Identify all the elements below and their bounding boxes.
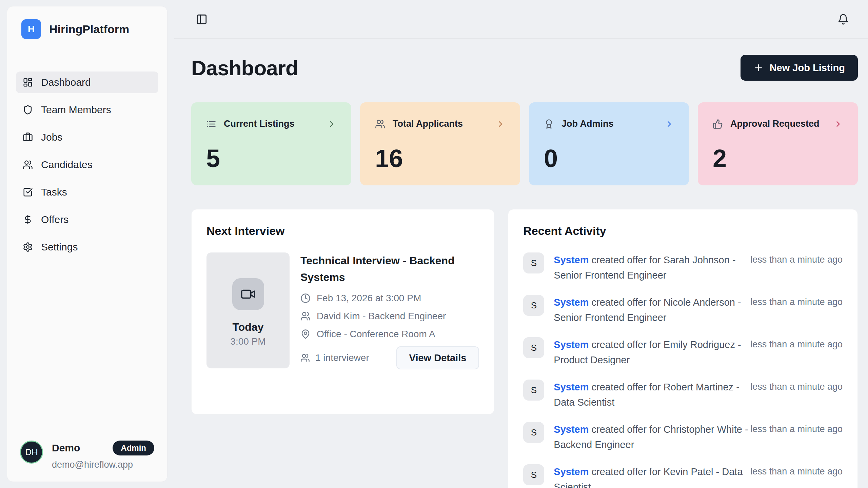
brand: H HiringPlatform: [16, 19, 158, 39]
list-icon: [206, 119, 216, 129]
interview-time: 3:00 PM: [230, 336, 265, 347]
activity-avatar: S: [523, 380, 544, 401]
interview-person: David Kim - Backend Engineer: [317, 311, 446, 322]
award-icon: [544, 119, 554, 129]
brand-name: HiringPlatform: [49, 23, 129, 36]
user-email: demo@hireflow.app: [52, 460, 154, 470]
bell-icon[interactable]: [837, 14, 849, 25]
activity-item: S System created offer for Kevin Patel -…: [523, 464, 843, 488]
chevron-right-icon: [327, 119, 336, 129]
sidebar-item-tasks[interactable]: Tasks: [16, 181, 158, 203]
stat-value: 0: [544, 144, 674, 173]
activity-item: S System created offer for Nicole Anders…: [523, 295, 843, 325]
users-icon: [23, 160, 33, 170]
topbar: [174, 0, 868, 39]
users-icon: [300, 353, 310, 363]
activity-avatar: S: [523, 295, 544, 316]
sidebar-toggle-icon[interactable]: [196, 14, 208, 25]
clock-icon: [300, 293, 311, 303]
sidebar-item-jobs[interactable]: Jobs: [16, 126, 158, 148]
plus-icon: [753, 63, 764, 73]
next-interview-card: Next Interview Today 3:00 PM Technical I…: [191, 209, 494, 414]
view-details-button[interactable]: View Details: [396, 346, 479, 369]
sidebar-item-dashboard[interactable]: Dashboard: [16, 72, 158, 93]
shield-icon: [23, 105, 33, 115]
interview-location-row: Office - Conference Room A: [300, 329, 479, 340]
activity-timestamp: less than a minute ago: [750, 380, 843, 392]
activity-avatar: S: [523, 337, 544, 358]
activity-actor[interactable]: System: [554, 424, 589, 435]
interview-title: Technical Interview - Backend Systems: [300, 252, 479, 286]
sidebar-item-label: Dashboard: [41, 77, 91, 88]
main-area: Dashboard New Job Listing Current Listin…: [174, 0, 868, 488]
activity-actor[interactable]: System: [554, 382, 589, 392]
activity-avatar: S: [523, 252, 544, 273]
stat-value: 2: [713, 144, 843, 173]
sidebar-item-settings[interactable]: Settings: [16, 236, 158, 258]
dashboard-icon: [23, 77, 33, 87]
activity-text: System created offer for Nicole Anderson…: [554, 295, 750, 325]
activity-item: S System created offer for Sarah Johnson…: [523, 252, 843, 283]
activity-avatar: S: [523, 464, 544, 485]
briefcase-icon: [23, 132, 33, 142]
avatar: DH: [20, 441, 43, 464]
sidebar-item-offers[interactable]: Offers: [16, 209, 158, 230]
interview-person-row: David Kim - Backend Engineer: [300, 311, 479, 322]
sidebar: H HiringPlatform Dashboard Team Members …: [7, 6, 167, 482]
sidebar-item-candidates[interactable]: Candidates: [16, 154, 158, 176]
gear-icon: [23, 242, 33, 252]
users-icon: [375, 119, 385, 129]
stat-card-current-listings[interactable]: Current Listings 5: [191, 102, 351, 185]
sidebar-item-team-members[interactable]: Team Members: [16, 99, 158, 121]
square-check-icon: [23, 187, 33, 197]
interview-datetime-row: Feb 13, 2026 at 3:00 PM: [300, 293, 479, 304]
stat-card-total-applicants[interactable]: Total Applicants 16: [360, 102, 520, 185]
thumbs-up-icon: [713, 119, 723, 129]
video-icon-box: [232, 278, 264, 310]
activity-text: System created offer for Christopher Whi…: [554, 422, 750, 452]
activity-actor[interactable]: System: [554, 339, 589, 350]
user-name: Demo: [52, 442, 80, 454]
chevron-right-icon: [833, 119, 843, 129]
stats-row: Current Listings 5 Total Applicants 16 J…: [191, 102, 858, 185]
stat-card-job-admins[interactable]: Job Admins 0: [529, 102, 689, 185]
interviewer-count: 1 interviewer: [300, 352, 369, 363]
brand-logo: H: [21, 19, 41, 39]
activity-actor[interactable]: System: [554, 466, 589, 477]
activity-text: System created offer for Robert Martinez…: [554, 380, 750, 410]
activity-avatar: S: [523, 422, 544, 443]
sidebar-item-label: Candidates: [41, 159, 93, 170]
activity-timestamp: less than a minute ago: [750, 422, 843, 434]
recent-activity-card: Recent Activity S System created offer f…: [508, 209, 858, 488]
activity-item: S System created offer for Robert Martin…: [523, 380, 843, 410]
sidebar-item-label: Team Members: [41, 104, 111, 116]
activity-timestamp: less than a minute ago: [750, 252, 843, 265]
activity-timestamp: less than a minute ago: [750, 464, 843, 477]
activity-item: S System created offer for Christopher W…: [523, 422, 843, 452]
interview-day: Today: [233, 321, 264, 333]
user-profile[interactable]: DH Demo Admin demo@hireflow.app: [16, 437, 158, 472]
sidebar-item-label: Settings: [41, 241, 78, 253]
next-interview-heading: Next Interview: [206, 224, 479, 238]
interview-location: Office - Conference Room A: [317, 329, 435, 340]
new-job-listing-button[interactable]: New Job Listing: [741, 55, 858, 81]
activity-actor[interactable]: System: [554, 297, 589, 308]
stat-label: Current Listings: [224, 119, 295, 129]
activity-list: S System created offer for Sarah Johnson…: [523, 252, 843, 488]
sidebar-item-label: Offers: [41, 214, 68, 225]
stat-label: Total Applicants: [393, 119, 463, 129]
stat-card-approval-requested[interactable]: Approval Requested 2: [698, 102, 858, 185]
activity-timestamp: less than a minute ago: [750, 295, 843, 307]
page-title: Dashboard: [191, 56, 298, 80]
sidebar-item-label: Tasks: [41, 186, 67, 198]
activity-item: S System created offer for Emily Rodrigu…: [523, 337, 843, 368]
activity-actor[interactable]: System: [554, 255, 589, 265]
map-pin-icon: [300, 329, 311, 339]
interview-date-block: Today 3:00 PM: [206, 252, 290, 368]
video-camera-icon: [240, 286, 256, 302]
users-icon: [300, 311, 311, 321]
stat-label: Approval Requested: [730, 119, 820, 129]
stat-value: 5: [206, 144, 336, 173]
activity-timestamp: less than a minute ago: [750, 337, 843, 350]
chevron-right-icon: [496, 119, 505, 129]
